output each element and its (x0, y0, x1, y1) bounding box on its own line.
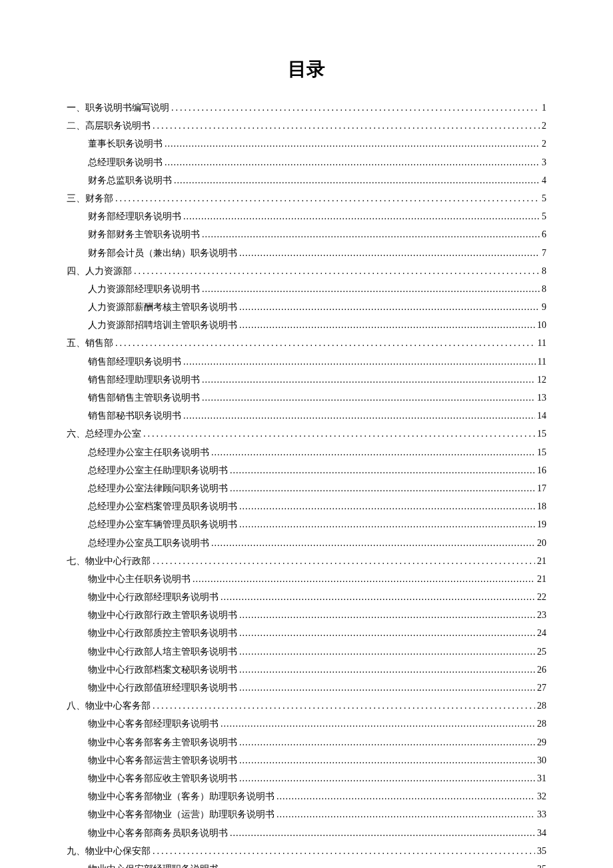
toc-dots: ........................................… (115, 191, 540, 205)
toc-dots: ........................................… (183, 409, 535, 423)
toc-entry: 八、物业中心客务部...............................… (67, 699, 546, 713)
toc-entry: 物业中心客务部经理职务说明书..........................… (88, 717, 546, 731)
toc-dots: ........................................… (221, 590, 535, 604)
toc-entry: 销售部经理助理职务说明书............................… (88, 373, 546, 387)
toc-entry: 二、高层职务说明书...............................… (67, 119, 546, 133)
toc-dots: ........................................… (174, 173, 540, 187)
toc-dots: ........................................… (277, 807, 535, 821)
toc-entry-label: 总经理职务说明书 (88, 155, 163, 169)
toc-entry-page: 21 (537, 554, 546, 568)
toc-entry-page: 2 (542, 119, 546, 133)
toc-entry: 物业中心客务部物业（运营）助理职务说明书....................… (88, 807, 546, 821)
toc-entry-page: 4 (542, 173, 546, 187)
toc-entry: 总经理办公室法律顾问职务说明书.........................… (88, 481, 546, 495)
toc-dots: ........................................… (239, 499, 535, 513)
toc-entry-label: 物业中心行政部经理职务说明书 (88, 590, 219, 604)
toc-entry-label: 物业中心保安部经理职务说明书 (88, 862, 219, 868)
toc-dots: ........................................… (230, 481, 535, 495)
toc-entry: 董事长职务说明书................................… (88, 137, 546, 151)
toc-entry-label: 八、物业中心客务部 (67, 699, 151, 713)
toc-entry: 物业中心客务部应收主管职务说明书........................… (88, 771, 546, 785)
toc-entry-page: 23 (537, 608, 546, 622)
toc-entry-page: 17 (537, 481, 546, 495)
toc-entry: 人力资源部招聘培训主管职务说明书........................… (88, 318, 546, 332)
toc-entry-page: 26 (537, 663, 546, 677)
toc-entry: 物业中心主任职务说明书.............................… (88, 572, 546, 586)
toc-entry: 物业中心行政部行政主管职务说明书........................… (88, 608, 546, 622)
toc-entry-label: 物业中心客务部经理职务说明书 (88, 717, 219, 731)
toc-dots: ........................................… (239, 517, 535, 531)
toc-dots: ........................................… (165, 155, 540, 169)
toc-entry-page: 35 (537, 844, 546, 858)
toc-dots: ........................................… (193, 572, 535, 586)
toc-entry-label: 总经理办公室主任职务说明书 (88, 445, 209, 459)
toc-entry-label: 物业中心客务部物业（客务）助理职务说明书 (88, 789, 275, 803)
toc-entry-label: 四、人力资源部 (67, 264, 132, 278)
toc-entry: 物业中心客务部商务员职务说明书.........................… (88, 826, 546, 840)
toc-dots: ........................................… (239, 300, 540, 314)
toc-entry-label: 总经理办公室法律顾问职务说明书 (88, 481, 228, 495)
toc-entry-page: 22 (537, 590, 546, 604)
toc-entry: 销售部秘书职务说明书..............................… (88, 409, 546, 423)
toc-dots: ........................................… (239, 608, 535, 622)
toc-entry-page: 8 (542, 282, 546, 296)
toc-dots: ........................................… (153, 844, 535, 858)
toc-entry-page: 31 (537, 771, 546, 785)
toc-entry-page: 2 (542, 137, 546, 151)
toc-dots: ........................................… (230, 463, 535, 477)
toc-entry: 六、总经理办公室................................… (67, 427, 546, 441)
toc-dots: ........................................… (202, 227, 540, 241)
toc-entry-page: 30 (537, 753, 546, 767)
toc-entry-page: 29 (537, 735, 546, 749)
toc-dots: ........................................… (239, 663, 535, 677)
toc-entry-label: 物业中心行政部质控主管职务说明书 (88, 626, 237, 640)
toc-entry: 财务部经理职务说明书..............................… (88, 209, 546, 223)
toc-entry-page: 15 (537, 445, 546, 459)
toc-entry-label: 三、财务部 (67, 191, 113, 205)
toc-entry: 总经理办公室车辆管理员职务说明书........................… (88, 517, 546, 531)
toc-entry-label: 销售部经理助理职务说明书 (88, 373, 200, 387)
toc-entry-page: 34 (537, 826, 546, 840)
toc-entry-label: 财务总监职务说明书 (88, 173, 172, 187)
toc-entry: 总经理办公室主任职务说明书...........................… (88, 445, 546, 459)
toc-entry-label: 物业中心客务部客务主管职务说明书 (88, 735, 237, 749)
toc-dots: ........................................… (153, 119, 540, 133)
toc-entry-page: 15 (537, 427, 546, 441)
page-title: 目录 (67, 57, 546, 82)
toc-dots: ........................................… (239, 626, 535, 640)
toc-dots: ........................................… (239, 753, 535, 767)
toc-entry-label: 人力资源部招聘培训主管职务说明书 (88, 318, 237, 332)
toc-entry-label: 总经理办公室车辆管理员职务说明书 (88, 517, 237, 531)
toc-entry-page: 33 (537, 807, 546, 821)
toc-dots: ........................................… (153, 699, 535, 713)
toc-entry-label: 九、物业中心保安部 (67, 844, 151, 858)
toc-entry: 一、职务说明书编写说明.............................… (67, 101, 546, 115)
toc-entry-page: 28 (537, 717, 546, 731)
toc-entry-page: 20 (537, 536, 546, 550)
toc-dots: ........................................… (115, 336, 536, 350)
toc-entry-page: 12 (537, 373, 546, 387)
toc-dots: ........................................… (239, 735, 535, 749)
toc-entry-label: 物业中心主任职务说明书 (88, 572, 191, 586)
toc-entry: 总经理办公室主任助理职务说明书.........................… (88, 463, 546, 477)
toc-entry-label: 五、销售部 (67, 336, 113, 350)
toc-entry-page: 5 (542, 209, 546, 223)
toc-entry: 四、人力资源部.................................… (67, 264, 546, 278)
toc-entry-label: 物业中心行政部档案文秘职务说明书 (88, 663, 237, 677)
toc-entry-page: 10 (537, 318, 546, 332)
toc-dots: ........................................… (239, 681, 535, 695)
toc-dots: ........................................… (165, 137, 540, 151)
toc-dots: ........................................… (221, 862, 535, 868)
toc-dots: ........................................… (153, 554, 535, 568)
toc-entry-page: 13 (537, 391, 546, 405)
toc-entry: 物业中心行政部质控主管职务说明书........................… (88, 626, 546, 640)
toc-entry-label: 物业中心行政部行政主管职务说明书 (88, 608, 237, 622)
toc-dots: ........................................… (183, 209, 540, 223)
toc-entry-page: 24 (537, 626, 546, 640)
toc-entry: 五、销售部...................................… (67, 336, 546, 350)
toc-dots: ........................................… (239, 771, 535, 785)
toc-entry-label: 董事长职务说明书 (88, 137, 163, 151)
toc-dots: ........................................… (211, 536, 535, 550)
toc-entry-page: 32 (537, 789, 546, 803)
toc-entry-label: 财务部经理职务说明书 (88, 209, 181, 223)
